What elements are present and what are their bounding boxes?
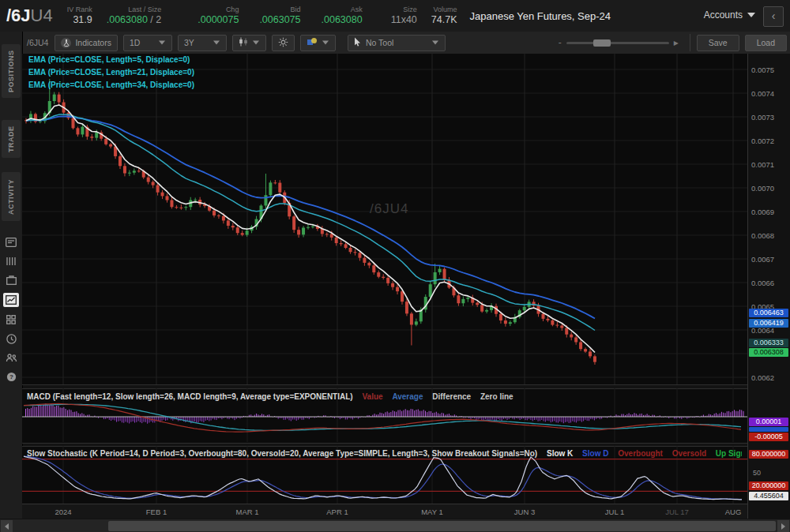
field-chg: Chg.0000075 xyxy=(198,6,239,26)
quote-header: /6JU4 IV Rank31.9 Last / Size .0063080 /… xyxy=(0,0,790,32)
slow-d-line xyxy=(24,456,742,499)
drawings-dropdown[interactable] xyxy=(300,35,336,51)
stoch-legend-slow-d: Slow D xyxy=(582,449,608,458)
chevron-down-icon xyxy=(432,41,438,45)
price-tick: 0.0066 xyxy=(751,279,774,287)
zoom-in-button[interactable]: ▸ xyxy=(674,37,679,48)
people-icon[interactable] xyxy=(3,350,19,365)
chevron-down-icon xyxy=(253,41,259,45)
price-tick: 0.0074 xyxy=(751,89,774,98)
price-tick: 0.0075 xyxy=(751,66,774,74)
ema34-legend[interactable]: EMA (Price=CLOSE, Length=34, Displace=0) xyxy=(28,81,194,89)
chart-style-dropdown[interactable] xyxy=(232,35,266,51)
axis-value-flag: 20.000000 xyxy=(749,481,788,490)
box-icon[interactable] xyxy=(3,273,19,287)
axis-value-flag: 0.006419 xyxy=(749,319,788,328)
drawings-icon xyxy=(307,37,318,48)
indicators-button[interactable]: Indicators xyxy=(55,35,118,51)
symbol-title: /6JU4 xyxy=(6,6,53,26)
price-tick: 0.0067 xyxy=(751,255,774,264)
clock-icon[interactable] xyxy=(3,332,19,346)
macd-legend[interactable]: MACD (Fast length=12, Slow length=26, MA… xyxy=(27,392,742,401)
field-size: Size11x40 xyxy=(391,6,417,26)
chart-watermark: /6JU4 xyxy=(370,201,408,217)
price-tick: 0.0070 xyxy=(751,184,774,193)
toolbar-divider xyxy=(690,34,690,51)
stoch-legend-slow-k: Slow K xyxy=(547,449,573,458)
collapse-panel-button[interactable]: ‹ xyxy=(763,6,784,27)
time-axis-label: 2024 xyxy=(55,508,71,516)
zoom-slider-handle[interactable] xyxy=(593,39,611,47)
timeframe-dropdown[interactable]: 1D xyxy=(123,35,172,51)
price-chart-canvas[interactable] xyxy=(22,54,747,384)
chart-settings-button[interactable] xyxy=(272,35,295,51)
sidebar-tab-activity[interactable]: ACTIVITY xyxy=(2,172,21,221)
axis-value-flag: 4.455604 xyxy=(749,492,788,500)
zoom-slider[interactable] xyxy=(566,42,669,44)
ema34-line xyxy=(26,116,595,318)
triangle-right-icon xyxy=(781,523,785,530)
help-icon[interactable]: ? xyxy=(3,369,19,384)
range-dropdown[interactable]: 3Y xyxy=(178,35,227,51)
scroll-right-button[interactable] xyxy=(777,520,789,532)
axis-value-flag xyxy=(749,427,788,432)
chart-toolbar: /6JU4 Indicators 1D 3Y xyxy=(22,32,790,54)
gear-icon xyxy=(278,37,288,49)
field-bid: Bid.0063075 xyxy=(259,6,300,26)
instrument-description: Japanese Yen Futures, Sep-24 xyxy=(469,10,611,22)
time-axis-label: MAR 1 xyxy=(235,508,258,516)
price-tick: 0.0072 xyxy=(751,137,774,145)
quote-card-icon[interactable] xyxy=(3,235,19,249)
macd-legend-average: Average xyxy=(392,392,423,401)
price-axis[interactable]: 0.00750.00740.00730.00720.00710.00700.00… xyxy=(747,54,790,519)
axis-value-flag: 0.00001 xyxy=(749,418,788,426)
macd-legend-difference: Difference xyxy=(432,392,471,401)
save-button[interactable]: Save xyxy=(697,35,739,51)
price-tick: 0.0069 xyxy=(751,208,774,216)
time-axis-label: APR 1 xyxy=(326,508,348,516)
list-icon[interactable] xyxy=(3,254,19,268)
zoom-control: - ▸ xyxy=(554,37,683,48)
stoch-legend-up-signal: Up Signal xyxy=(716,449,742,458)
scrollbar-thumb[interactable] xyxy=(108,521,776,531)
price-tick: 0.0071 xyxy=(751,160,774,169)
trading-app-window: /6JU4 IV Rank31.9 Last / Size .0063080 /… xyxy=(0,0,790,532)
macd-legend-value: Value xyxy=(362,392,382,401)
chart-scrollbar xyxy=(0,519,790,532)
time-axis[interactable]: 2024FEB 1MAR 1APR 1MAY 1JUN 3JUL 1JUL 17… xyxy=(22,504,747,519)
load-button[interactable]: Load xyxy=(745,35,787,51)
stochastic-legend[interactable]: Slow Stochastic (K Period=14, D Period=3… xyxy=(27,449,742,458)
time-axis-label: MAY 1 xyxy=(421,508,443,516)
price-tick: 0.0068 xyxy=(751,231,774,240)
grid-icon[interactable] xyxy=(3,313,19,327)
time-axis-label: JUN 3 xyxy=(514,508,535,516)
left-sidebar: POSITIONS TRADE ACTIVITY ? xyxy=(0,32,23,519)
price-tick: 0.0062 xyxy=(751,373,774,382)
ema21-legend[interactable]: EMA (Price=CLOSE, Length=21, Displace=0) xyxy=(28,68,194,77)
stoch-legend-overbought: Overbought xyxy=(618,449,663,458)
accounts-dropdown[interactable]: Accounts xyxy=(704,9,755,21)
svg-text:?: ? xyxy=(9,373,13,380)
zoom-out-button[interactable]: - xyxy=(559,37,562,48)
field-volume: Volume74.7K xyxy=(431,6,457,26)
cursor-icon xyxy=(354,37,361,48)
ema5-legend[interactable]: EMA (Price=CLOSE, Length=5, Displace=0) xyxy=(28,55,190,64)
scroll-left-button[interactable] xyxy=(1,520,13,532)
ema5-line xyxy=(26,105,595,353)
axis-value-flag: -0.00005 xyxy=(749,433,788,441)
price-tick: 0.0073 xyxy=(751,113,774,122)
chevron-down-icon xyxy=(159,41,165,45)
time-axis-label: JUL 1 xyxy=(605,508,624,516)
chart-icon[interactable] xyxy=(3,293,19,307)
stoch-legend-oversold: Oversold xyxy=(672,449,706,458)
slow-k-line xyxy=(24,456,742,500)
macd-legend-zeroline: Zero line xyxy=(480,392,514,401)
sidebar-tab-trade[interactable]: TRADE xyxy=(2,120,21,158)
sidebar-tab-positions[interactable]: POSITIONS xyxy=(2,44,21,98)
chevron-down-icon xyxy=(747,13,755,17)
candles xyxy=(24,79,596,365)
axis-value-flag: 0.006333 xyxy=(749,339,788,347)
tool-dropdown[interactable]: No Tool xyxy=(348,35,446,51)
time-axis-label: JUL 17 xyxy=(665,508,689,516)
candlestick-icon xyxy=(239,37,248,48)
